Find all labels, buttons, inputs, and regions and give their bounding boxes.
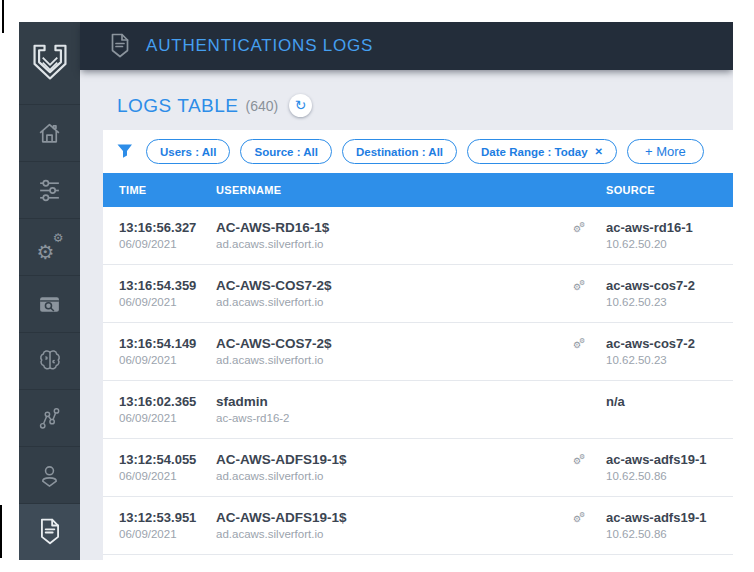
column-header-source[interactable]: SOURCE [606, 184, 733, 196]
log-date: 06/09/2021 [119, 470, 216, 483]
table-header-row: TIME USERNAME SOURCE [103, 173, 733, 207]
log-source-ip: 10.62.50.23 [606, 354, 733, 367]
filter-chip-label: Source : All [254, 146, 317, 158]
screen: ⚙⚙ [0, 0, 754, 572]
app-window: ⚙⚙ [19, 22, 733, 560]
sidebar-item-settings[interactable]: ⚙⚙ [19, 218, 80, 275]
log-source: ac-aws-rd16-1 [606, 220, 733, 235]
browser-search-icon [37, 292, 62, 317]
log-domain: ad.acaws.silverfort.io [216, 528, 571, 541]
log-domain: ad.acaws.silverfort.io [216, 354, 571, 367]
table-body: 13:16:56.327 06/09/2021 AC-AWS-RD16-1$ a… [103, 207, 733, 560]
log-source: ac-aws-cos7-2 [606, 278, 733, 293]
log-time: 13:12:54.055 [119, 452, 216, 467]
filter-chip[interactable]: Users : All [146, 139, 230, 164]
log-domain: ad.acaws.silverfort.io [216, 296, 571, 309]
page-header: AUTHENTICATIONS LOGS [80, 22, 733, 70]
service-account-gears-icon: ⚙⚙ [573, 218, 585, 236]
sidebar-item-log-search[interactable] [19, 275, 80, 332]
log-time: 13:16:54.359 [119, 278, 216, 293]
log-date: 06/09/2021 [119, 296, 216, 309]
filter-chip[interactable]: Destination : All [342, 139, 457, 164]
log-domain: ad.acaws.silverfort.io [216, 470, 571, 483]
main-area: AUTHENTICATIONS LOGS LOGS TABLE (640) ↻ [80, 22, 733, 560]
screen-edge-artifact-top [2, 0, 4, 33]
log-time: 13:16:54.149 [119, 336, 216, 351]
log-domain: ac-aws-rd16-2 [216, 412, 571, 425]
filter-chip-label: Destination : All [356, 146, 443, 158]
filter-chip[interactable]: Date Range : Today ✕ [467, 139, 617, 164]
log-username: AC-AWS-ADFS19-1$ [216, 510, 571, 525]
remove-filter-icon[interactable]: ✕ [595, 146, 603, 157]
log-row[interactable]: 13:16:56.327 06/09/2021 AC-AWS-RD16-1$ a… [103, 207, 733, 265]
log-source-ip: 10.62.50.86 [606, 470, 733, 483]
log-time: 13:12:53.951 [119, 510, 216, 525]
sidebar-item-home[interactable] [19, 104, 80, 161]
sidebar-nav: ⚙⚙ [19, 104, 80, 560]
silverfort-logo[interactable] [19, 22, 80, 104]
log-username: AC-AWS-ADFS19-1$ [216, 452, 571, 467]
log-source-ip: 10.62.50.23 [606, 296, 733, 309]
screen-edge-artifact-bottom [0, 505, 2, 558]
network-nodes-icon [37, 406, 62, 431]
sidebar-item-insights[interactable] [19, 332, 80, 389]
filter-chip-label: Users : All [160, 146, 216, 158]
log-date: 06/09/2021 [119, 528, 216, 541]
service-account-gears-icon: ⚙⚙ [573, 450, 585, 468]
logs-count-badge: (640) [246, 98, 279, 114]
log-row[interactable]: 13:12:54.055 06/09/2021 AC-AWS-ADFS19-1$… [103, 439, 733, 497]
user-icon [37, 463, 62, 488]
log-username: AC-AWS-RD16-1$ [216, 220, 571, 235]
refresh-icon: ↻ [295, 97, 307, 113]
page-title: AUTHENTICATIONS LOGS [146, 36, 373, 56]
log-domain: ad.acaws.silverfort.io [216, 238, 571, 251]
column-header-time[interactable]: TIME [103, 184, 216, 196]
logs-table-title: LOGS TABLE [117, 95, 239, 117]
sliders-icon [37, 178, 62, 203]
log-date: 06/09/2021 [119, 354, 216, 367]
log-row[interactable]: 13:12:53.951 06/09/2021 AC-AWS-ADFS19-1$… [103, 497, 733, 555]
sidebar-item-logs[interactable] [19, 503, 80, 560]
service-account-gears-icon: ⚙⚙ [573, 276, 585, 294]
log-time: 13:16:02.365 [119, 394, 216, 409]
log-row[interactable]: 13:16:54.149 06/09/2021 AC-AWS-COS7-2$ a… [103, 323, 733, 381]
silverfort-shield-icon [30, 42, 70, 84]
log-row[interactable]: 13:16:02.365 06/09/2021 sfadmin ac-aws-r… [103, 381, 733, 439]
gears-icon: ⚙⚙ [37, 234, 63, 260]
more-filters-button[interactable]: + More [627, 139, 704, 164]
filter-chip[interactable]: Source : All [240, 139, 331, 164]
log-date: 06/09/2021 [119, 412, 216, 425]
log-source: ac-aws-cos7-2 [606, 336, 733, 351]
refresh-button[interactable]: ↻ [289, 94, 312, 117]
sidebar-item-policies[interactable] [19, 161, 80, 218]
column-header-username[interactable]: USERNAME [216, 184, 571, 196]
log-username: AC-AWS-COS7-2$ [216, 336, 571, 351]
logs-table-panel: Users : All Source : All Destination : A… [103, 130, 733, 560]
log-row[interactable]: 13:16:54.359 06/09/2021 AC-AWS-COS7-2$ a… [103, 265, 733, 323]
log-source-ip: 10.62.50.20 [606, 238, 733, 251]
filter-funnel-icon[interactable] [117, 144, 133, 159]
log-time: 13:16:56.327 [119, 220, 216, 235]
sidebar-item-users[interactable] [19, 446, 80, 503]
log-username: AC-AWS-COS7-2$ [216, 278, 571, 293]
content-area: LOGS TABLE (640) ↻ Users : All [80, 70, 733, 560]
log-date: 06/09/2021 [119, 238, 216, 251]
log-source: ac-aws-adfs19-1 [606, 510, 733, 525]
log-source-ip: 10.62.50.86 [606, 528, 733, 541]
service-account-gears-icon: ⚙⚙ [573, 508, 585, 526]
log-source: n/a [606, 394, 733, 409]
logs-table-heading: LOGS TABLE (640) ↻ [117, 93, 733, 118]
service-account-gears-icon: ⚙⚙ [573, 334, 585, 352]
log-source: ac-aws-adfs19-1 [606, 452, 733, 467]
log-source-ip [606, 412, 733, 425]
log-username: sfadmin [216, 394, 571, 409]
filter-chip-label: Date Range : Today [481, 146, 588, 158]
sidebar: ⚙⚙ [19, 22, 80, 560]
sidebar-item-connections[interactable] [19, 389, 80, 446]
brain-icon [37, 348, 63, 374]
home-icon [37, 121, 62, 146]
filter-bar: Users : All Source : All Destination : A… [103, 130, 733, 173]
page-header-document-icon [108, 33, 132, 59]
logs-document-icon [37, 518, 63, 546]
